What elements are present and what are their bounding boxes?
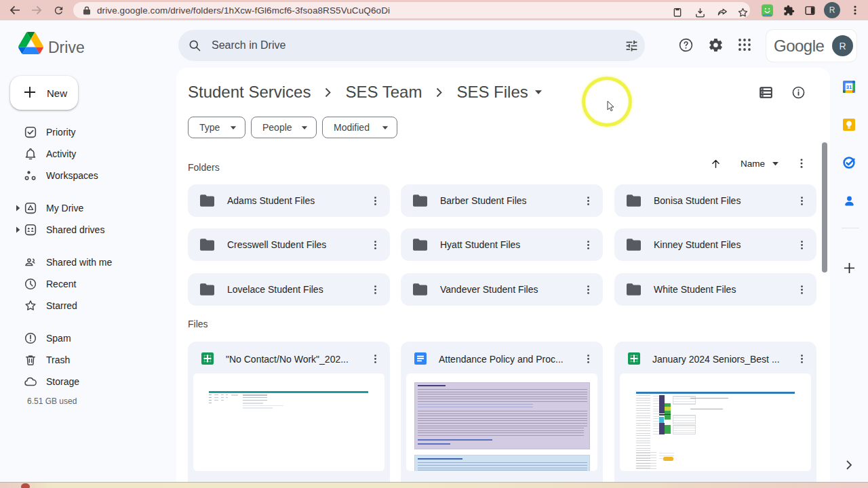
folder-name: Vandever Student Files [440,284,538,295]
browser-downloads-button[interactable] [690,2,709,22]
download-icon [694,7,706,18]
sidebar-item-label: Storage [46,376,79,387]
scrollbar-thumb[interactable] [822,142,827,272]
browser-share-button[interactable] [713,2,732,22]
browser-profile-button[interactable]: R [823,0,842,20]
side-panel-calendar-button[interactable]: 31 [842,80,856,94]
breadcrumb-menu-caret-icon[interactable] [534,89,542,95]
folder-icon [413,239,427,251]
sidebar-item-activity[interactable]: Activity [0,143,174,165]
folder-card-bonisa[interactable]: Bonisa Student Files [614,184,816,217]
folder-icon [413,195,427,207]
file-card-january-seniors[interactable]: January 2024 Seniors_Best ... [614,342,816,488]
help-icon [678,37,694,53]
sidebar-item-trash[interactable]: Trash [0,349,174,371]
folder-more-button[interactable] [796,195,807,206]
sidebar-item-shared-drives[interactable]: Shared drives [0,219,174,241]
folder-card-adams[interactable]: Adams Student Files [188,184,390,217]
browser-menu-button[interactable] [846,0,865,20]
folder-more-button[interactable] [796,239,807,250]
folder-card-hyatt[interactable]: Hyatt Student Files [401,228,603,261]
folder-card-barber[interactable]: Barber Student Files [401,184,603,217]
folder-card-white[interactable]: White Student Files [614,273,816,306]
folders-section-heading: Folders [188,162,220,173]
file-more-button[interactable] [370,353,380,364]
new-button[interactable]: New [10,76,78,110]
folder-more-button[interactable] [583,195,593,206]
browser-side-panel-button[interactable] [800,0,819,20]
storage-used-label: 6.51 GB used [27,396,77,406]
file-more-button[interactable] [583,353,593,364]
google-account-widget[interactable]: Google R [766,30,856,62]
browser-bookmark-button[interactable] [733,2,752,22]
account-avatar[interactable]: R [832,35,853,56]
sidebar-item-storage[interactable]: Storage [0,371,174,392]
side-panel-tasks-button[interactable] [842,156,856,169]
folder-card-cresswell[interactable]: Cresswell Student Files [188,228,390,261]
sort-direction-up-icon[interactable] [710,158,722,169]
kebab-menu-icon [797,196,807,206]
folder-more-button[interactable] [370,239,380,250]
sidebar-item-priority[interactable]: Priority [0,121,174,143]
breadcrumb-item-ses-team[interactable]: SES Team [345,83,422,102]
list-view-icon [760,87,772,98]
plus-icon [24,86,36,98]
breadcrumb-item-student-services[interactable]: Student Services [188,83,311,102]
details-button[interactable] [787,81,809,103]
search-options-button[interactable] [618,32,645,59]
browser-reload-button[interactable] [49,0,68,20]
bottom-red-dot [21,483,30,488]
browser-back-button[interactable] [5,0,24,20]
browser-clipboard-button[interactable] [668,2,687,22]
folder-card-lovelace[interactable]: Lovelace Student Files [188,273,390,306]
chevron-down-icon [230,125,237,130]
search-bar[interactable]: Search in Drive [178,30,645,61]
sidebar-item-starred[interactable]: Starred [0,295,174,317]
drive-logo[interactable] [18,32,43,57]
sidebar-item-workspaces[interactable]: Workspaces [0,165,174,186]
kebab-menu-icon [370,285,380,295]
filter-chip-modified[interactable]: Modified [322,117,397,138]
sidebar-item-spam[interactable]: Spam [0,327,174,349]
file-card-attendance-policy[interactable]: Attendance Policy and Proc... [401,342,603,488]
list-view-toggle-button[interactable] [755,81,776,103]
side-panel-add-button[interactable] [842,261,856,274]
file-more-button[interactable] [796,353,807,364]
filter-chip-type[interactable]: Type [188,117,245,138]
side-panel-keep-button[interactable] [842,118,856,131]
sidebar-item-my-drive[interactable]: My Drive [0,197,174,219]
more-options-icon[interactable] [796,158,807,169]
browser-extension-bitmoji-button[interactable] [757,0,776,20]
side-panel-contacts-button[interactable] [842,194,856,207]
sort-by-name-button[interactable]: Name [741,159,765,169]
breadcrumb-item-ses-files[interactable]: SES Files [456,83,528,102]
file-name: "No Contact/No Work"_202... [226,354,349,365]
folder-more-button[interactable] [583,239,593,250]
folder-more-button[interactable] [796,284,807,295]
folder-card-vandever[interactable]: Vandever Student Files [401,273,603,306]
support-button[interactable] [672,31,699,58]
show-side-panel-button[interactable] [842,458,856,472]
sidebar-item-label: Priority [46,127,76,138]
file-card-no-contact[interactable]: "No Contact/No Work"_202... [188,342,390,488]
sidebar-item-shared-with-me[interactable]: Shared with me [0,251,174,273]
browser-forward-button[interactable] [27,0,46,20]
google-apps-button[interactable] [731,31,758,58]
folder-more-button[interactable] [583,284,593,295]
folder-more-button[interactable] [370,195,380,206]
sidebar-item-label: Shared drives [46,224,104,235]
google-docs-icon [414,352,427,365]
address-bar[interactable]: drive.google.com/drive/folders/1hXcw-fGl… [73,2,750,18]
filter-chip-people[interactable]: People [251,117,317,138]
kebab-menu-icon [583,354,593,364]
folder-name: Adams Student Files [227,195,315,206]
folder-more-button[interactable] [370,284,380,295]
settings-button[interactable] [702,31,729,58]
breadcrumb-separator-icon [436,87,442,98]
folder-card-kinney[interactable]: Kinney Student Files [614,228,816,261]
apps-grid-icon [738,38,751,52]
star-outline-icon [24,299,37,312]
folder-name: Bonisa Student Files [654,195,741,206]
browser-extensions-button[interactable] [779,0,798,20]
sidebar-item-recent[interactable]: Recent [0,273,174,295]
